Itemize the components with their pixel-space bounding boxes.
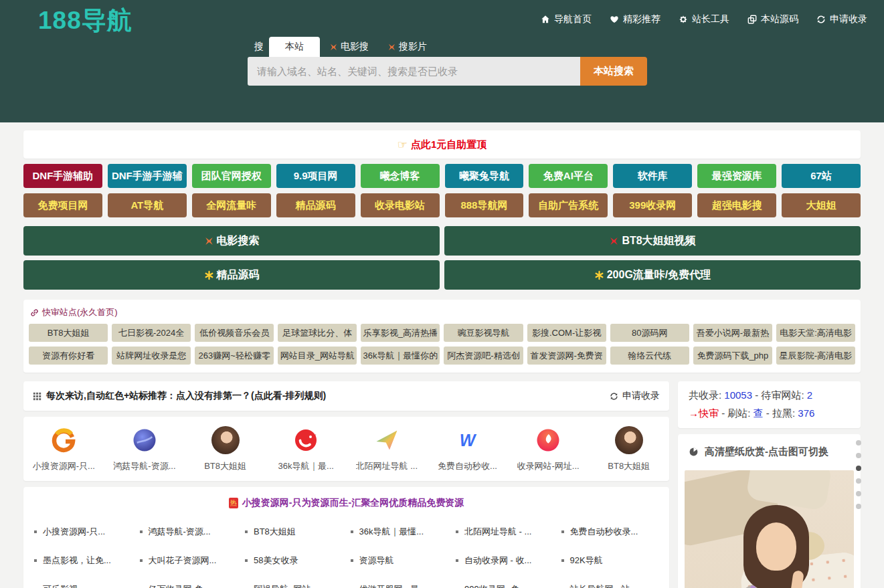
search-input[interactable]: [248, 57, 580, 86]
quick-review-site[interactable]: 吾爱小说网-最新热: [693, 324, 772, 342]
tag-button[interactable]: 大姐姐: [782, 193, 861, 217]
tag-button[interactable]: 软件库: [613, 164, 692, 188]
featured-site[interactable]: W免费自动秒收...: [427, 426, 508, 472]
quick-review-site[interactable]: 影搜.COM-让影视: [527, 324, 606, 342]
site-link[interactable]: 58美女收录: [245, 555, 343, 567]
tag-button[interactable]: 9.9项目网: [276, 164, 355, 188]
tag-button[interactable]: 收录电影站: [361, 193, 440, 217]
search-button[interactable]: 本站搜索: [580, 57, 647, 86]
quick-review-site[interactable]: 翰络云代练: [610, 347, 689, 365]
quick-review-site[interactable]: 乐享影视_高清热播: [361, 324, 440, 342]
quick-review-site[interactable]: 网站目录_网站导航: [278, 347, 357, 365]
banner-label: 200G流量咔/免费代理: [607, 268, 711, 282]
quick-review-site[interactable]: 资源有你好看: [29, 347, 108, 365]
site-link[interactable]: 大叫花子资源网...: [140, 555, 238, 567]
site-list-title[interactable]: 热 小搜资源网-只为资源而生-汇聚全网优质精品免费资源: [30, 497, 662, 509]
total-count[interactable]: 10053: [724, 389, 752, 401]
quick-review-site[interactable]: 36k导航｜最懂你的: [361, 347, 440, 365]
site-link[interactable]: 自动收录网 - 收...: [456, 555, 553, 567]
nav-item[interactable]: 精彩推荐: [610, 13, 660, 25]
tag-button[interactable]: AT导航: [108, 193, 187, 217]
banner-button[interactable]: 200G流量咔/免费代理: [444, 260, 861, 290]
banner-button[interactable]: 精品源码: [23, 260, 440, 290]
search-tab[interactable]: 电影搜: [320, 37, 378, 57]
nav-item[interactable]: 本站源码: [747, 13, 798, 25]
site-link[interactable]: 小搜资源网-只...: [34, 526, 132, 538]
tag-button[interactable]: 全网流量咔: [192, 193, 271, 217]
search-tab[interactable]: 搜: [248, 37, 269, 57]
site-link[interactable]: 阿祖导航_网站...: [245, 583, 343, 588]
quick-review-site[interactable]: 免费源码下载_php: [693, 347, 772, 365]
site-link[interactable]: 鸿菇导航-资源...: [140, 526, 238, 538]
featured-site[interactable]: 收录网站-网址...: [508, 426, 589, 472]
wallpaper-image[interactable]: [685, 470, 854, 588]
featured-site[interactable]: 北陌网址导航 ...: [347, 426, 428, 472]
featured-site[interactable]: BT8大姐姐: [185, 426, 266, 472]
featured-site[interactable]: BT8大姐姐: [588, 426, 669, 472]
scroll-dot[interactable]: [856, 504, 861, 509]
tag-button[interactable]: DNF手游辅助: [23, 164, 102, 188]
tag-button[interactable]: 团队官网授权: [192, 164, 271, 188]
pending-count[interactable]: 2: [807, 389, 812, 401]
recommend-title[interactable]: 每次来访,自动红色+站标推荐：点入没有排第一？(点此看-排列规则): [33, 390, 326, 402]
site-link-label: 北陌网址导航 - ...: [464, 526, 531, 538]
tag-button[interactable]: 免费项目网: [23, 193, 102, 217]
scroll-dot[interactable]: [856, 466, 861, 471]
tag-button[interactable]: 67站: [782, 164, 861, 188]
quick-review-site[interactable]: 低价视频音乐会员: [195, 324, 274, 342]
quick-review-site[interactable]: 80源码网: [610, 324, 689, 342]
site-link[interactable]: 92K导航: [561, 555, 659, 567]
tag-button[interactable]: 曦聚兔导航: [445, 164, 524, 188]
quick-review-site[interactable]: 首发资源网-免费资: [527, 347, 606, 365]
site-link[interactable]: 站长导航网 - 站...: [561, 583, 659, 588]
quick-review-site[interactable]: BT8大姐姐: [29, 324, 108, 342]
apply-inclusion-button[interactable]: 申请收录: [610, 390, 660, 402]
quick-review-site[interactable]: 电影天堂:高清电影: [776, 324, 855, 342]
quick-review-site[interactable]: 豌豆影视导航: [444, 324, 523, 342]
site-link[interactable]: 北陌网址导航 - ...: [456, 526, 553, 538]
search-tab[interactable]: 搜影片: [378, 37, 436, 57]
site-link[interactable]: 999收录网--免...: [456, 583, 553, 588]
nav-item[interactable]: 导航首页: [541, 13, 592, 25]
tag-button[interactable]: 超强电影搜: [697, 193, 776, 217]
blacklist-count[interactable]: 376: [798, 407, 814, 419]
site-link[interactable]: 资源导航: [351, 555, 448, 567]
tag-button[interactable]: 精品源码: [276, 193, 355, 217]
promo-banner[interactable]: ☞ 点此1元自助置顶: [23, 130, 861, 159]
search-tab[interactable]: 本站: [269, 37, 320, 57]
banner-button[interactable]: BT8大姐姐视频: [444, 226, 861, 256]
site-link[interactable]: 墨点影视，让免...: [34, 555, 132, 567]
quick-review-site[interactable]: 星辰影院-高清电影: [776, 347, 855, 365]
quick-review-site[interactable]: 足球篮球比分、体: [278, 324, 357, 342]
quick-review-site[interactable]: 七日影视-2024全: [112, 324, 191, 342]
quick-review-site[interactable]: 阿杰资源吧-精选创: [444, 347, 523, 365]
tag-button[interactable]: 自助广告系统: [529, 193, 608, 217]
site-link[interactable]: 36k导航｜最懂...: [351, 526, 448, 538]
featured-site[interactable]: 鸿菇导航-资源...: [104, 426, 185, 472]
site-link[interactable]: 可乐影视: [34, 583, 132, 588]
quick-review-site[interactable]: 站牌网址收录是您: [112, 347, 191, 365]
scroll-dot[interactable]: [856, 440, 861, 446]
tag-button[interactable]: 399收录网: [613, 193, 692, 217]
site-logo[interactable]: 188导航: [38, 4, 132, 37]
tag-button[interactable]: 最强资源库: [697, 164, 776, 188]
featured-site[interactable]: 小搜资源网-只...: [23, 426, 104, 472]
site-link[interactable]: 优游开服网 - 最...: [351, 583, 448, 588]
fast-review-link[interactable]: →快审: [689, 407, 719, 419]
check-link[interactable]: 查: [754, 407, 764, 419]
tag-button[interactable]: DNF手游手游辅: [108, 164, 187, 188]
featured-site[interactable]: 36k导航｜最...: [266, 426, 347, 472]
banner-button[interactable]: 电影搜索: [23, 226, 440, 256]
site-link[interactable]: BT8大姐姐: [245, 526, 343, 538]
nav-item[interactable]: 申请收录: [816, 13, 867, 25]
nav-item[interactable]: 站长工具: [679, 13, 729, 25]
quick-review-site[interactable]: 263赚网~轻松赚零: [195, 347, 274, 365]
site-link[interactable]: 免费自动秒收录...: [561, 526, 659, 538]
scroll-dot[interactable]: [856, 453, 861, 458]
site-link[interactable]: 亿万收录网-免...: [140, 583, 238, 588]
scroll-dot[interactable]: [856, 491, 861, 496]
tag-button[interactable]: 曦念博客: [361, 164, 440, 188]
tag-button[interactable]: 888导航网: [445, 193, 524, 217]
tag-button[interactable]: 免费AI平台: [529, 164, 608, 188]
scroll-dot[interactable]: [856, 478, 861, 484]
